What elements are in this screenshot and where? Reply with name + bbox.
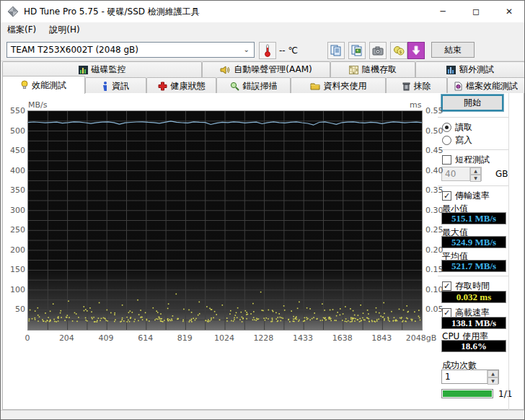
tab-folder-usage[interactable]: 資料夾使用 <box>291 77 386 94</box>
tab-benchmark[interactable]: 效能測試 <box>2 76 85 94</box>
axis-tick: 0.15 <box>425 265 444 274</box>
write-radio-circle[interactable] <box>442 136 451 145</box>
axis-tick: 350 <box>5 185 25 195</box>
access-time-value: 0.032 ms <box>441 291 506 303</box>
health-cross-icon <box>158 82 167 91</box>
axis-tick: 0.20 <box>425 245 444 255</box>
speaker-icon <box>220 66 230 74</box>
read-radio-circle[interactable] <box>442 123 451 132</box>
axis-tick: 1228 <box>246 333 281 343</box>
start-button[interactable]: 開始 <box>441 95 503 111</box>
drive-selector-value: TEAM T253X6002T (2048 gB) <box>11 45 138 55</box>
axis-tick: 409 <box>89 333 123 343</box>
arrow-down-icon: ▼ <box>470 175 481 182</box>
copy-report-button[interactable] <box>327 42 345 59</box>
pass-count-stepper[interactable]: 1 ▲▼ <box>441 369 499 384</box>
access-time-checkbox-box[interactable]: ✓ <box>442 281 451 291</box>
title-bar: HD Tune Pro 5.75 - 硬碟/SSD 檢測維護工具 ─ ◻ ✕ <box>1 1 525 22</box>
thermometer-icon <box>264 44 271 57</box>
lightbulb-icon <box>21 80 28 90</box>
axis-tick: 200 <box>5 245 25 255</box>
axis-tick: 400 <box>5 166 25 175</box>
plot-svg <box>28 111 422 330</box>
axis-tick: 0.10 <box>425 285 444 294</box>
copy-image-button[interactable] <box>348 42 366 59</box>
tab-error-scan[interactable]: 錯誤掃描 <box>216 77 291 94</box>
axis-tick: 0.40 <box>425 166 444 175</box>
axis-tick: 50 <box>5 305 25 314</box>
short-test-checkbox[interactable]: 短程測試 <box>442 154 490 166</box>
camera-icon <box>372 45 384 56</box>
axis-tick: 150 <box>5 265 25 274</box>
stepper-arrows[interactable]: ▲▼ <box>487 370 498 383</box>
tab-disk-monitor[interactable]: 磁碟監控 <box>2 61 202 77</box>
drive-selector[interactable]: TEAM T253X6002T (2048 gB) ⌄ <box>6 42 255 58</box>
app-window: HD Tune Pro 5.75 - 硬碟/SSD 檢測維護工具 ─ ◻ ✕ 檔… <box>0 0 525 420</box>
short-test-size-stepper[interactable]: 40 ▲▼ <box>441 167 482 181</box>
minimize-button[interactable]: ─ <box>426 1 459 22</box>
menu-help[interactable]: 說明(H) <box>43 22 86 38</box>
window-bottom-strip <box>1 410 525 420</box>
axis-tick: 0.45 <box>425 146 444 155</box>
tab-random-access[interactable]: 隨機存取 <box>330 61 415 77</box>
axis-tick: 550 <box>5 106 25 115</box>
menu-bar: 檔案(F) 說明(H) <box>1 22 525 38</box>
donate-button[interactable]: $ <box>390 42 407 59</box>
cpu-usage-value: 18.6% <box>441 340 506 352</box>
tab-erase[interactable]: 抹除 <box>386 77 447 94</box>
panel-divider <box>508 93 509 410</box>
tab-extra-tests[interactable]: 額外測試 <box>415 61 525 77</box>
screenshot-button[interactable] <box>369 42 387 59</box>
temperature-value: -- ℃ <box>279 45 298 56</box>
close-button[interactable]: ✕ <box>493 1 525 22</box>
maximize-button[interactable]: ◻ <box>459 1 493 22</box>
tab-aam[interactable]: 自動噪聲管理(AAM) <box>202 61 330 77</box>
disk-monitor-icon <box>79 66 88 74</box>
axis-tick: 2048gB <box>404 333 438 343</box>
folder-icon <box>310 82 320 90</box>
right-axis-caption: ms <box>410 100 421 110</box>
transfer-rate-checkbox[interactable]: ✓ 傳輸速率 <box>442 190 490 202</box>
temperature-button[interactable] <box>259 42 276 59</box>
left-axis-caption: MB/s <box>28 100 47 110</box>
axis-tick: 0.25 <box>425 225 444 235</box>
gb-unit-label: GB <box>495 169 508 179</box>
svg-text:$: $ <box>400 49 402 54</box>
stepper-arrows[interactable]: ▲▼ <box>469 167 481 180</box>
toolbar: TEAM T253X6002T (2048 gB) ⌄ -- ℃ <box>1 38 525 61</box>
axis-tick: 0.50 <box>425 126 444 136</box>
tab-info[interactable]: 資訊 <box>85 77 146 94</box>
exit-button[interactable]: 結束 <box>431 42 475 58</box>
progress-fill <box>443 390 492 397</box>
arrow-down-icon: ▼ <box>488 377 498 385</box>
copy-image-icon <box>351 45 363 56</box>
max-value: 524.9 MB/s <box>441 236 506 248</box>
magnifier-icon <box>230 82 239 91</box>
transfer-rate-checkbox-box[interactable]: ✓ <box>442 191 451 201</box>
download-button[interactable] <box>407 42 425 59</box>
tab-file-benchmark[interactable]: 檔案效能測試 <box>447 77 525 94</box>
axis-tick: 819 <box>167 333 202 343</box>
tab-health[interactable]: 健康狀態 <box>146 77 216 94</box>
axis-tick: 0.30 <box>425 206 444 215</box>
menu-file[interactable]: 檔案(F) <box>1 22 43 38</box>
min-value: 515.1 MB/s <box>441 212 506 224</box>
benchmark-plot <box>27 110 423 331</box>
tab-row-secondary: 磁碟監控 自動噪聲管理(AAM) 隨機存取 額外測試 <box>2 61 525 77</box>
avg-value: 521.7 MB/s <box>441 260 506 272</box>
axis-tick: 1024 <box>207 333 242 343</box>
axis-tick: 0.35 <box>425 185 444 195</box>
write-radio[interactable]: 寫入 <box>442 134 472 146</box>
axis-tick: 1843 <box>364 333 399 343</box>
axis-tick: 0.05 <box>425 305 444 314</box>
axis-tick: 300 <box>5 206 25 215</box>
file-benchmark-icon <box>454 82 462 91</box>
download-arrow-icon <box>412 45 420 56</box>
progress-ratio: 1/1 <box>498 389 512 399</box>
axis-tick: 1433 <box>286 333 320 343</box>
burst-rate-value: 138.1 MB/s <box>441 317 506 329</box>
short-test-checkbox-box[interactable] <box>442 155 451 165</box>
axis-tick: 0.55 <box>425 106 444 115</box>
arrow-up-icon: ▲ <box>470 167 481 175</box>
read-radio[interactable]: 讀取 <box>442 121 472 134</box>
